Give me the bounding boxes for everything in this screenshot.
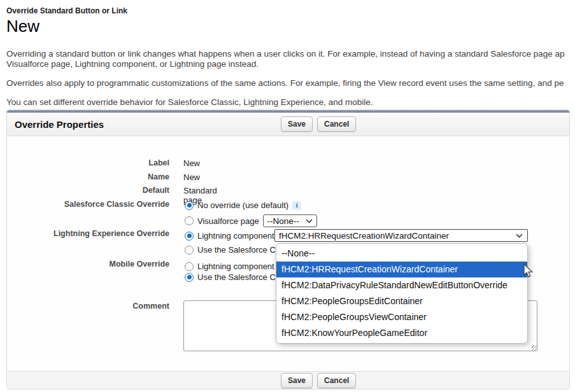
visualforce-page-select-value: --None-- [267,216,299,226]
chevron-down-icon [516,234,523,238]
dropdown-option[interactable]: fHCM2:HRRequestCreationWizardContainer [276,262,527,277]
lightning-override-label: Lightning Experience Override [7,229,169,238]
description-paragraph-1b: Visualforce page, Lightning component, o… [6,59,575,69]
radio-unselected-icon[interactable] [185,246,194,255]
panel-footer: Save Cancel [7,371,569,389]
classic-override-label: Salesforce Classic Override [7,200,169,209]
override-properties-panel: Override Properties Save Cancel Label Ne… [6,109,570,389]
label-field-label: Label [7,158,169,167]
label-field-value: New [183,158,200,168]
visualforce-page-select[interactable]: --None-- [263,214,317,227]
classic-option1-label: No override (use default) [197,200,288,210]
mobile-lightning-component-option[interactable]: Lightning component [185,262,274,271]
lightning-component-dropdown-list[interactable]: --None--fHCM2:HRRequestCreationWizardCon… [276,243,528,344]
name-field-value: New [183,172,200,182]
info-icon[interactable]: i [292,201,301,210]
classic-option2-label: Visualforce page [197,216,259,226]
footer-button-group: Save Cancel [281,373,356,388]
lightning-use-classic-option[interactable]: Use the Salesforce Cl [185,245,278,255]
header-button-group: Save Cancel [281,116,356,132]
lightning-component-option[interactable]: Lightning component [185,231,274,241]
dropdown-option[interactable]: fHCM2:PeopleGroupsViewContainer [276,309,527,325]
dropdown-option[interactable]: --None-- [276,246,527,262]
description-paragraph-3: You can set different override behavior … [6,97,575,108]
chevron-down-icon [306,219,313,223]
save-button[interactable]: Save [281,116,313,132]
textarea-resize-handle[interactable] [532,346,537,351]
radio-unselected-icon[interactable] [185,262,194,271]
default-field-label: Default [7,186,169,195]
radio-unselected-icon[interactable] [185,216,194,225]
mobile-override-label: Mobile Override [7,260,169,269]
radio-selected-icon[interactable] [185,232,194,241]
comment-field-label: Comment [7,302,169,311]
name-field-label: Name [7,172,169,181]
lightning-option2-label: Use the Salesforce Cl [197,245,278,255]
dropdown-option[interactable]: fHCM2:PeopleGroupsEditContainer [276,293,527,309]
mobile-option2-label: Use the Salesforce Cl [197,272,278,282]
setup-page: Override Standard Button or Link New Ove… [0,0,575,392]
classic-visualforce-option[interactable]: Visualforce page --None-- [185,214,317,227]
mouse-cursor-icon [523,263,534,279]
page-title: New [6,17,575,36]
radio-selected-icon[interactable] [185,273,194,282]
description-paragraph-2: Overrides also apply to programmatic cus… [6,78,575,88]
description-paragraph-1: Overriding a standard button or link cha… [6,49,575,59]
save-button-bottom[interactable]: Save [281,373,313,388]
form-body: Label New Name New Default Standard page… [7,136,569,371]
dropdown-option[interactable]: fHCM2:DataPrivacyRuleStandardNewEditButt… [276,277,527,293]
mobile-use-classic-option[interactable]: Use the Salesforce Cl [185,272,278,282]
lightning-component-select-value: fHCM2:HRRequestCreationWizardContainer [279,231,449,241]
cancel-button-bottom[interactable]: Cancel [317,373,356,388]
cancel-button[interactable]: Cancel [317,116,356,132]
dropdown-option[interactable]: fHCM2:KnowYourPeopleGameEditor [276,325,527,341]
panel-title: Override Properties [15,119,104,130]
radio-selected-icon[interactable] [185,201,194,210]
panel-header: Override Properties Save Cancel [7,113,569,136]
breadcrumb: Override Standard Button or Link [6,6,575,15]
classic-no-override-option[interactable]: No override (use default) i [185,200,301,210]
mobile-option1-label: Lightning component [197,262,274,271]
lightning-option1-label: Lightning component [197,231,274,241]
lightning-component-select[interactable]: fHCM2:HRRequestCreationWizardContainer [274,229,528,242]
